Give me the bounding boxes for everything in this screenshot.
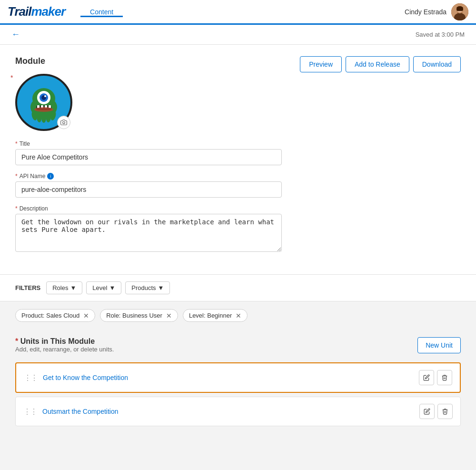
download-button[interactable]: Download [413, 56, 461, 72]
api-name-label: * API Name i [15, 173, 461, 180]
breadcrumb-bar: ← Saved at 3:00 PM [0, 25, 476, 45]
tag-level-beginner: Level: Beginner ✕ [183, 309, 248, 322]
description-label: * Description [15, 205, 461, 212]
unit-left: ⋮⋮ Get to Know the Competition [24, 373, 128, 382]
back-button[interactable]: ← [11, 30, 20, 40]
svg-point-6 [456, 6, 463, 10]
info-icon[interactable]: i [47, 173, 54, 180]
tag-close-button[interactable]: ✕ [83, 312, 89, 319]
unit-actions [419, 370, 452, 385]
title-label: * Title [15, 140, 461, 147]
description-field-group: * Description Get the lowdown on our riv… [15, 205, 461, 253]
units-title-area: * Units in This Module Add, edit, rearra… [15, 337, 114, 360]
user-name: Cindy Estrada [405, 8, 446, 16]
title-field-group: * Title [15, 140, 461, 165]
module-label: Module [15, 56, 72, 66]
unit-link[interactable]: Get to Know the Competition [43, 374, 128, 381]
filters-section: FILTERS Roles ▼ Level ▼ Products ▼ [0, 275, 476, 301]
title-input[interactable] [15, 149, 282, 165]
level-filter-button[interactable]: Level ▼ [86, 281, 121, 294]
new-unit-button[interactable]: New Unit [417, 337, 461, 353]
tag-role-business-user: Role: Business User ✕ [100, 309, 178, 322]
action-buttons: Preview Add to Release Download [300, 56, 461, 72]
tags-area: Product: Sales Cloud ✕ Role: Business Us… [0, 301, 476, 330]
unit-item: ⋮⋮ Outsmart the Competition [15, 397, 461, 426]
saved-status: Saved at 3:00 PM [416, 31, 465, 38]
products-filter-button[interactable]: Products ▼ [125, 281, 170, 294]
delete-unit-button[interactable] [437, 370, 452, 385]
add-to-release-button[interactable]: Add to Release [346, 56, 409, 72]
svg-point-12 [44, 95, 46, 97]
unit-actions [419, 404, 453, 419]
edit-unit-button[interactable] [419, 370, 434, 385]
logo: Trailmaker [8, 4, 65, 19]
module-icon-area: * [15, 74, 72, 131]
chevron-down-icon: ▼ [109, 284, 115, 291]
camera-button[interactable] [57, 116, 70, 129]
user-area: Cindy Estrada [405, 3, 468, 20]
units-section: * Units in This Module Add, edit, rearra… [0, 330, 476, 441]
nav-tabs: Content [80, 8, 123, 16]
units-header: * Units in This Module Add, edit, rearra… [15, 337, 461, 360]
edit-unit-button[interactable] [419, 404, 435, 419]
edit-icon [424, 408, 430, 415]
tab-content[interactable]: Content [80, 8, 123, 17]
unit-item: ⋮⋮ Get to Know the Competition [15, 362, 461, 393]
delete-unit-button[interactable] [437, 404, 453, 419]
units-title: * Units in This Module [15, 337, 114, 346]
chevron-down-icon: ▼ [70, 284, 76, 291]
unit-left: ⋮⋮ Outsmart the Competition [23, 407, 119, 416]
unit-link[interactable]: Outsmart the Competition [42, 408, 119, 415]
form-section: * Title * API Name i * Description Get t… [15, 140, 461, 253]
required-star: * [10, 74, 13, 81]
avatar [451, 3, 468, 20]
roles-filter-button[interactable]: Roles ▼ [46, 281, 82, 294]
top-section: Module * [15, 56, 461, 131]
api-name-field-group: * API Name i [15, 173, 461, 198]
filters-label: FILTERS [15, 284, 40, 291]
drag-handle-icon[interactable]: ⋮⋮ [24, 373, 37, 382]
api-name-input[interactable] [15, 181, 282, 198]
tag-close-button[interactable]: ✕ [236, 312, 241, 319]
svg-point-23 [34, 107, 53, 112]
edit-icon [423, 374, 430, 381]
description-input[interactable]: Get the lowdown on our rivals in the mar… [15, 214, 282, 252]
chevron-down-icon: ▼ [158, 284, 164, 291]
tag-close-button[interactable]: ✕ [166, 312, 172, 319]
trash-icon [442, 408, 448, 415]
svg-point-20 [41, 113, 46, 123]
preview-button[interactable]: Preview [300, 56, 342, 72]
module-section-left: Module * [15, 56, 72, 131]
units-subtitle: Add, edit, rearrange, or delete units. [15, 346, 114, 353]
main-content: Module * [0, 45, 476, 274]
top-navigation: Trailmaker Content Cindy Estrada [0, 0, 476, 25]
drag-handle-icon[interactable]: ⋮⋮ [23, 407, 37, 416]
trash-icon [441, 374, 448, 381]
tag-product-sales-cloud: Product: Sales Cloud ✕ [15, 309, 95, 322]
svg-point-24 [63, 121, 65, 124]
